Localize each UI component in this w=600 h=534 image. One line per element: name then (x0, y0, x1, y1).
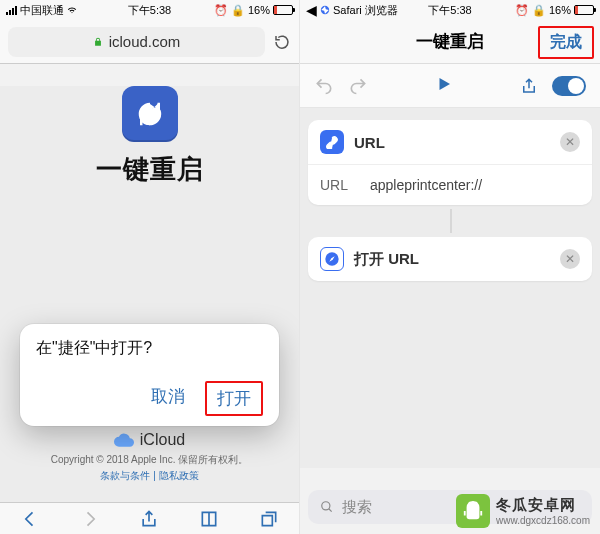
watermark-icon (456, 494, 490, 528)
block-connector (308, 213, 592, 229)
wifi-icon (67, 5, 77, 15)
alarm-icon: ⏰ (515, 4, 529, 17)
forward-icon[interactable] (80, 509, 100, 529)
watermark-brand: 冬瓜安卓网 (496, 496, 590, 515)
icloud-label: iCloud (140, 431, 185, 449)
open-in-shortcuts-dialog: 在"捷径"中打开? 取消 打开 (20, 324, 279, 426)
address-field[interactable]: icloud.com (8, 27, 265, 57)
back-app-label: Safari 浏览器 (333, 3, 398, 18)
battery-percent: 16% (248, 4, 270, 16)
delete-block-button[interactable]: ✕ (560, 132, 580, 152)
back-to-safari[interactable]: ◀ (306, 2, 317, 18)
carrier-label: 中国联通 (20, 3, 64, 18)
link-icon (320, 130, 344, 154)
url-row[interactable]: URL appleprintcenter:// (308, 164, 592, 205)
block-title: URL (354, 134, 550, 151)
url-action-block[interactable]: URL ✕ URL appleprintcenter:// (308, 120, 592, 205)
search-icon (320, 500, 334, 514)
shortcut-title: 一键重启 (0, 152, 299, 187)
tabs-icon[interactable] (259, 509, 279, 529)
nav-title: 一键重启 (416, 30, 484, 53)
share-icon[interactable] (139, 509, 159, 529)
battery-icon (574, 5, 594, 15)
battery-icon (273, 5, 293, 15)
safari-toolbar (0, 502, 299, 534)
page-content: 一键重启 获取捷径 iCloud Copyright © 2018 Apple … (0, 86, 299, 524)
left-screenshot: 中国联通 下午5:38 ⏰ 🔒 16% icloud.com (0, 0, 300, 534)
cancel-button[interactable]: 取消 (141, 381, 195, 416)
orientation-lock-icon: 🔒 (231, 4, 245, 17)
done-button[interactable]: 完成 (538, 26, 594, 59)
shortcut-app-icon (122, 86, 178, 142)
footer-links: 条款与条件 | 隐私政策 (0, 469, 299, 483)
watermark: 冬瓜安卓网 www.dgxcdz168.com (456, 494, 590, 528)
icloud-row: iCloud (0, 431, 299, 449)
editor-toolbar (300, 64, 600, 108)
copyright: Copyright © 2018 Apple Inc. 保留所有权利。 (0, 453, 299, 467)
shortcut-canvas: URL ✕ URL appleprintcenter:// 打开 URL ✕ (300, 108, 600, 468)
svg-point-2 (322, 502, 330, 510)
alarm-icon: ⏰ (214, 4, 228, 17)
safari-action-icon (320, 247, 344, 271)
settings-toggle-icon[interactable] (552, 76, 586, 96)
search-placeholder: 搜索 (342, 498, 372, 517)
undo-icon[interactable] (314, 76, 334, 96)
url-key: URL (320, 177, 356, 193)
delete-block-button[interactable]: ✕ (560, 249, 580, 269)
block-title: 打开 URL (354, 250, 550, 269)
status-bar: ◀ Safari 浏览器 下午5:38 ⏰ 🔒 16% (300, 0, 600, 20)
right-screenshot: ◀ Safari 浏览器 下午5:38 ⏰ 🔒 16% 一键重启 完成 (300, 0, 600, 534)
bookmarks-icon[interactable] (199, 509, 219, 529)
terms-link[interactable]: 条款与条件 (100, 470, 150, 481)
open-button[interactable]: 打开 (205, 381, 263, 416)
open-url-action-block[interactable]: 打开 URL ✕ (308, 237, 592, 281)
address-domain: icloud.com (109, 33, 181, 50)
icloud-icon (114, 433, 134, 447)
run-icon[interactable] (435, 75, 453, 93)
shortcuts-nav: 一键重启 完成 (300, 20, 600, 64)
dialog-message: 在"捷径"中打开? (36, 338, 263, 359)
privacy-link[interactable]: 隐私政策 (159, 470, 199, 481)
watermark-url: www.dgxcdz168.com (496, 515, 590, 526)
safari-address-bar: icloud.com (0, 20, 299, 64)
signal-icon (6, 6, 17, 15)
battery-percent: 16% (549, 4, 571, 16)
reload-icon[interactable] (273, 33, 291, 51)
lock-icon (93, 37, 103, 47)
url-value: appleprintcenter:// (370, 177, 482, 193)
status-bar: 中国联通 下午5:38 ⏰ 🔒 16% (0, 0, 299, 20)
share-icon[interactable] (520, 77, 538, 95)
safari-icon (320, 5, 330, 15)
back-icon[interactable] (20, 509, 40, 529)
orientation-lock-icon: 🔒 (532, 4, 546, 17)
redo-icon[interactable] (348, 76, 368, 96)
